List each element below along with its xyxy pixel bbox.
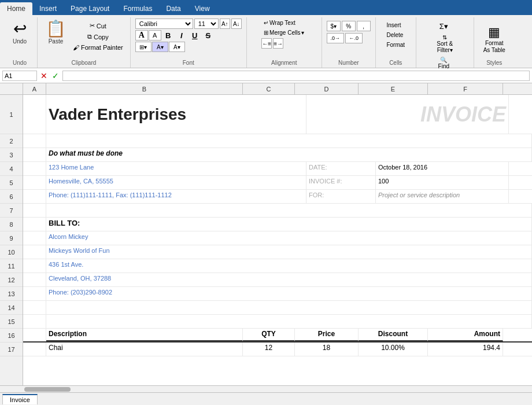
copy-button[interactable]: ⧉ Copy xyxy=(71,32,125,42)
font-size-decrease-button[interactable]: A↓ xyxy=(231,19,242,29)
cell-a12[interactable] xyxy=(23,273,46,286)
cell-a10[interactable] xyxy=(23,245,46,259)
col-header-a[interactable]: A xyxy=(23,83,46,94)
font-small-a-button[interactable]: A xyxy=(149,30,161,41)
row-header-13[interactable]: 13 xyxy=(0,287,23,301)
merge-cells-button[interactable]: ⊞ Merge Cells ▾ xyxy=(261,28,306,37)
col-header-b[interactable]: B xyxy=(46,83,243,94)
format-painter-button[interactable]: 🖌 Format Painter xyxy=(71,43,125,52)
cell-a9[interactable] xyxy=(23,231,46,245)
cell-b6[interactable]: Phone: (111)111-1111, Fax: (111)111-1112 xyxy=(46,190,306,203)
cell-b3[interactable]: Do what must be done xyxy=(46,148,532,161)
delete-cells-button[interactable]: Delete xyxy=(384,31,405,39)
cell-f4-value[interactable]: October 18, 2016 xyxy=(376,162,509,175)
decimal-decrease-button[interactable]: ←.0 xyxy=(345,33,363,43)
cell-b14[interactable] xyxy=(46,301,532,314)
tab-data[interactable]: Data xyxy=(159,2,187,15)
cell-b4[interactable]: 123 Home Lane xyxy=(46,162,306,175)
cell-f6-value[interactable]: Project or service description xyxy=(376,190,509,203)
row-header-15[interactable]: 15 xyxy=(0,315,23,329)
tab-formulas[interactable]: Formulas xyxy=(116,2,159,15)
tab-page-layout[interactable]: Page Layout xyxy=(64,2,116,15)
undo-button[interactable]: ↩ Undo xyxy=(7,19,32,47)
row-header-14[interactable]: 14 xyxy=(0,301,23,315)
cell-a17[interactable] xyxy=(23,343,46,356)
font-name-select[interactable]: Calibri xyxy=(135,19,193,29)
wrap-text-button[interactable]: ↵ Wrap Text xyxy=(261,19,298,27)
cell-b11[interactable]: 436 1st Ave. xyxy=(46,259,532,273)
cell-b5[interactable]: Homesville, CA, 55555 xyxy=(46,176,306,189)
font-color-button[interactable]: A▾ xyxy=(169,42,185,52)
cell-a7[interactable] xyxy=(23,204,46,217)
decimal-increase-button[interactable]: .0→ xyxy=(327,33,344,43)
cell-a1[interactable] xyxy=(23,95,46,134)
cell-reference-box[interactable] xyxy=(2,71,37,81)
cell-b17[interactable]: Chai xyxy=(46,343,243,356)
cell-b8[interactable]: BILL TO: xyxy=(46,218,532,231)
cell-e4-label[interactable]: DATE: xyxy=(306,162,376,175)
row-header-7[interactable]: 7 xyxy=(0,204,23,218)
cell-b1[interactable]: Vader Enterprises xyxy=(46,95,306,134)
cell-e16[interactable]: Discount xyxy=(359,329,428,341)
confirm-formula-icon[interactable]: ✓ xyxy=(51,71,60,80)
font-large-a-button[interactable]: A xyxy=(135,30,148,41)
currency-button[interactable]: $▾ xyxy=(327,21,341,31)
row-header-9[interactable]: 9 xyxy=(0,231,23,245)
font-size-select[interactable]: 11 xyxy=(194,19,219,29)
sheet-tab-invoice[interactable]: Invoice xyxy=(2,394,38,404)
cut-button[interactable]: ✂ Cut xyxy=(71,21,125,31)
sort-filter-button[interactable]: ⇅ Sort &Filter▾ xyxy=(434,33,455,54)
tab-view[interactable]: View xyxy=(188,2,217,15)
row-header-8[interactable]: 8 xyxy=(0,218,23,231)
row-header-17[interactable]: 17 xyxy=(0,343,23,356)
cell-e17[interactable]: 10.00% xyxy=(359,343,428,356)
cancel-formula-icon[interactable]: ✕ xyxy=(39,71,49,80)
cell-a2[interactable] xyxy=(23,134,46,148)
percent-button[interactable]: % xyxy=(342,21,356,31)
cell-d16[interactable]: Price xyxy=(295,329,359,341)
col-header-c[interactable]: C xyxy=(243,83,295,94)
cell-a6[interactable] xyxy=(23,190,46,203)
fill-color-button[interactable]: A▾ xyxy=(152,42,168,52)
col-header-d[interactable]: D xyxy=(295,83,359,94)
cell-d17[interactable]: 18 xyxy=(295,343,359,356)
comma-button[interactable]: , xyxy=(357,21,371,31)
row-header-12[interactable]: 12 xyxy=(0,273,23,287)
cell-a3[interactable] xyxy=(23,148,46,161)
cell-e5-label[interactable]: INVOICE #: xyxy=(306,176,376,189)
row-header-16[interactable]: 16 xyxy=(0,329,23,343)
tab-insert[interactable]: Insert xyxy=(32,2,64,15)
col-header-e[interactable]: E xyxy=(359,83,428,94)
formula-input[interactable] xyxy=(62,71,530,81)
cell-f17[interactable]: 194.4 xyxy=(428,343,503,356)
cell-c16[interactable]: QTY xyxy=(243,329,295,341)
tab-home[interactable]: Home xyxy=(0,2,32,15)
cell-e6-label[interactable]: FOR: xyxy=(306,190,376,203)
bold-button[interactable]: B xyxy=(162,30,175,41)
cell-a5[interactable] xyxy=(23,176,46,189)
find-button[interactable]: 🔍 Find xyxy=(434,56,453,71)
cell-b10[interactable]: Mickeys World of Fun xyxy=(46,245,532,259)
borders-button[interactable]: ⊞▾ xyxy=(135,42,152,52)
row-header-3[interactable]: 3 xyxy=(0,148,23,162)
cell-b9[interactable]: Alcorn Mickey xyxy=(46,231,532,245)
row-header-6[interactable]: 6 xyxy=(0,190,23,204)
cell-b15[interactable] xyxy=(46,315,532,328)
row-header-1[interactable]: 1 xyxy=(0,95,23,134)
cell-a8[interactable] xyxy=(23,218,46,231)
cell-ef1[interactable]: INVOICE xyxy=(306,95,509,134)
row-header-2[interactable]: 2 xyxy=(0,134,23,148)
cell-a14[interactable] xyxy=(23,301,46,314)
cell-f16[interactable]: Amount xyxy=(428,329,503,341)
cell-b7[interactable] xyxy=(46,204,532,217)
cell-f5-value[interactable]: 100 xyxy=(376,176,509,189)
format-cells-button[interactable]: Format xyxy=(384,41,407,49)
cell-a15[interactable] xyxy=(23,315,46,328)
cell-b16[interactable]: Description xyxy=(46,329,243,341)
row-header-11[interactable]: 11 xyxy=(0,259,23,273)
row-header-4[interactable]: 4 xyxy=(0,162,23,176)
indent-increase-button[interactable]: ≡→ xyxy=(273,38,283,49)
indent-decrease-button[interactable]: ←≡ xyxy=(261,38,272,49)
paste-button[interactable]: 📋 Paste xyxy=(42,19,69,47)
cell-b2[interactable] xyxy=(46,134,532,148)
